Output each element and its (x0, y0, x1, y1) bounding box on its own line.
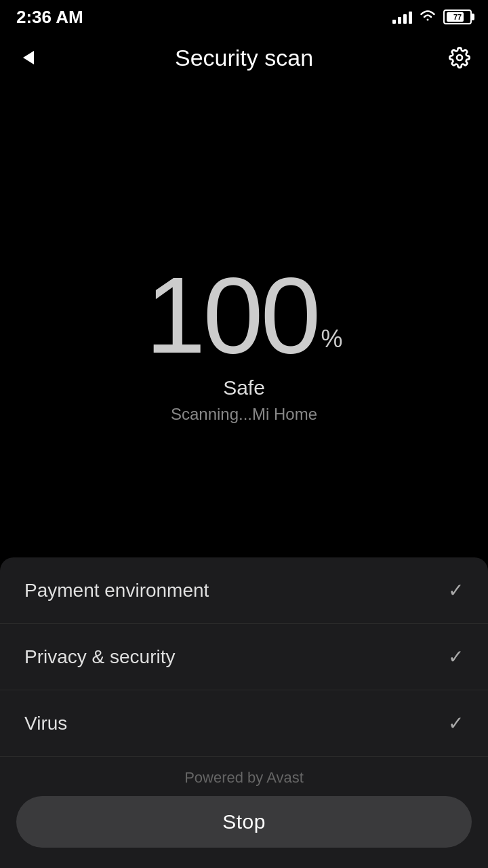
status-icons: 77 (392, 9, 472, 26)
scanning-label: Scanning...Mi Home (171, 405, 317, 424)
privacy-label: Privacy & security (24, 646, 176, 668)
battery-icon: 77 (443, 9, 472, 24)
settings-button[interactable] (445, 43, 474, 73)
stop-button[interactable]: Stop (16, 796, 472, 848)
header: Security scan (0, 34, 488, 81)
payment-label: Payment environment (24, 580, 209, 601)
privacy-check-icon: ✓ (448, 646, 464, 668)
svg-point-0 (457, 55, 462, 60)
payment-check-icon: ✓ (448, 579, 464, 601)
gear-icon (449, 47, 470, 68)
powered-by: Powered by Avast (0, 757, 488, 796)
percentage-number: 100 (146, 261, 319, 370)
scan-item-payment: Payment environment ✓ (0, 557, 488, 624)
back-arrow-icon (23, 51, 34, 64)
back-button[interactable] (14, 43, 43, 73)
main-content: 100 % Safe Scanning...Mi Home (0, 81, 488, 604)
page-title: Security scan (43, 45, 445, 71)
battery-text: 77 (445, 13, 470, 21)
signal-icon (392, 10, 412, 24)
scan-item-privacy: Privacy & security ✓ (0, 624, 488, 690)
scan-item-virus: Virus ✓ (0, 690, 488, 757)
wifi-icon (419, 9, 436, 26)
percentage-container: 100 % (146, 261, 343, 370)
virus-label: Virus (24, 713, 67, 734)
bottom-panel: Payment environment ✓ Privacy & security… (0, 557, 488, 868)
percentage-symbol: % (321, 325, 342, 353)
status-time: 2:36 AM (16, 7, 83, 28)
status-label: Safe (223, 376, 265, 399)
status-bar: 2:36 AM 77 (0, 0, 488, 34)
virus-check-icon: ✓ (448, 712, 464, 734)
